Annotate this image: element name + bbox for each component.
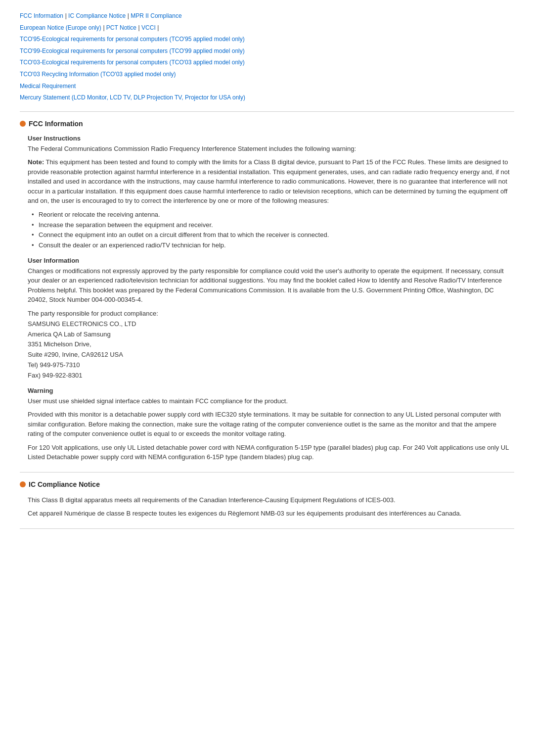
warning-para3: For 120 Volt applications, use only UL L… bbox=[28, 443, 514, 462]
fcc-section-title: FCC Information bbox=[29, 120, 83, 128]
nav-ic-link[interactable]: IC Compliance Notice bbox=[68, 12, 126, 19]
fcc-bullets: Reorient or relocate the receiving anten… bbox=[32, 210, 514, 251]
address-line-3: Suite #290, Irvine, CA92612 USA bbox=[28, 351, 123, 358]
fcc-section: FCC Information User Instructions The Fe… bbox=[20, 120, 514, 462]
user-instructions-intro: The Federal Communications Commission Ra… bbox=[28, 144, 514, 154]
ic-section-title: IC Compliance Notice bbox=[29, 480, 100, 488]
mid-divider bbox=[20, 472, 514, 472]
bullet-item: Connect the equipment into an outlet on … bbox=[32, 230, 514, 240]
note-bold-label: Note: bbox=[28, 158, 44, 166]
nav-fcc-link[interactable]: FCC Information bbox=[20, 12, 63, 19]
nav-tco99-link[interactable]: TCO'99-Ecological requirements for perso… bbox=[20, 47, 245, 54]
note-text: This equipment has been tested and found… bbox=[28, 158, 510, 204]
warning-heading: Warning bbox=[28, 387, 514, 394]
fcc-dot-icon bbox=[20, 121, 26, 127]
ic-section: IC Compliance Notice This Class B digita… bbox=[20, 480, 514, 519]
address-line-4: Tel) 949-975-7310 bbox=[28, 361, 80, 369]
user-instructions-subsection: User Instructions The Federal Communicat… bbox=[28, 135, 514, 251]
user-instructions-note: Note: This equipment has been tested and… bbox=[28, 157, 514, 206]
warning-para1: User must use shielded signal interface … bbox=[28, 396, 514, 406]
nav-links: FCC Information | IC Compliance Notice |… bbox=[20, 10, 514, 103]
address-intro: The party responsible for product compli… bbox=[28, 310, 158, 317]
address-block: The party responsible for product compli… bbox=[28, 309, 514, 381]
bullet-item: Reorient or relocate the receiving anten… bbox=[32, 210, 514, 220]
nav-vcci-link[interactable]: VCCI bbox=[141, 24, 156, 31]
bullet-item: Consult the dealer or an experienced rad… bbox=[32, 240, 514, 251]
warning-subsection: Warning User must use shielded signal in… bbox=[28, 387, 514, 462]
nav-eu-link[interactable]: European Notice (Europe only) bbox=[20, 24, 101, 31]
ic-para2: Cet appareil Numérique de classe B respe… bbox=[28, 509, 514, 519]
bottom-divider bbox=[20, 528, 514, 529]
ic-section-header: IC Compliance Notice bbox=[20, 480, 514, 488]
address-line-1: America QA Lab of Samsung bbox=[28, 331, 111, 338]
nav-tco03-link[interactable]: TCO'03-Ecological requirements for perso… bbox=[20, 59, 245, 66]
ic-para1: This Class B digital apparatus meets all… bbox=[28, 495, 514, 505]
user-information-subsection: User Information Changes or modification… bbox=[28, 257, 514, 381]
ic-content: This Class B digital apparatus meets all… bbox=[28, 495, 514, 519]
nav-pct-link[interactable]: PCT Notice bbox=[106, 24, 136, 31]
user-instructions-heading: User Instructions bbox=[28, 135, 514, 142]
fcc-section-header: FCC Information bbox=[20, 120, 514, 128]
nav-mercury-link[interactable]: Mercury Statement (LCD Monitor, LCD TV, … bbox=[20, 94, 245, 101]
top-divider bbox=[20, 111, 514, 112]
nav-tco95-link[interactable]: TCO'95-Ecological requirements for perso… bbox=[20, 36, 245, 43]
address-line-5: Fax) 949-922-8301 bbox=[28, 372, 83, 379]
address-line-2: 3351 Michelson Drive, bbox=[28, 340, 91, 348]
user-info-para1: Changes or modifications not expressly a… bbox=[28, 266, 514, 305]
warning-para2: Provided with this monitor is a detachab… bbox=[28, 410, 514, 439]
bullet-item: Increase the separation between the equi… bbox=[32, 220, 514, 231]
ic-dot-icon bbox=[20, 481, 26, 487]
user-information-heading: User Information bbox=[28, 257, 514, 264]
nav-mpr-link[interactable]: MPR II Compliance bbox=[131, 12, 181, 19]
nav-med-link[interactable]: Medical Requirement bbox=[20, 83, 76, 90]
address-line-0: SAMSUNG ELECTRONICS CO., LTD bbox=[28, 320, 136, 328]
nav-tco03r-link[interactable]: TCO'03 Recycling Information (TCO'03 app… bbox=[20, 71, 176, 78]
